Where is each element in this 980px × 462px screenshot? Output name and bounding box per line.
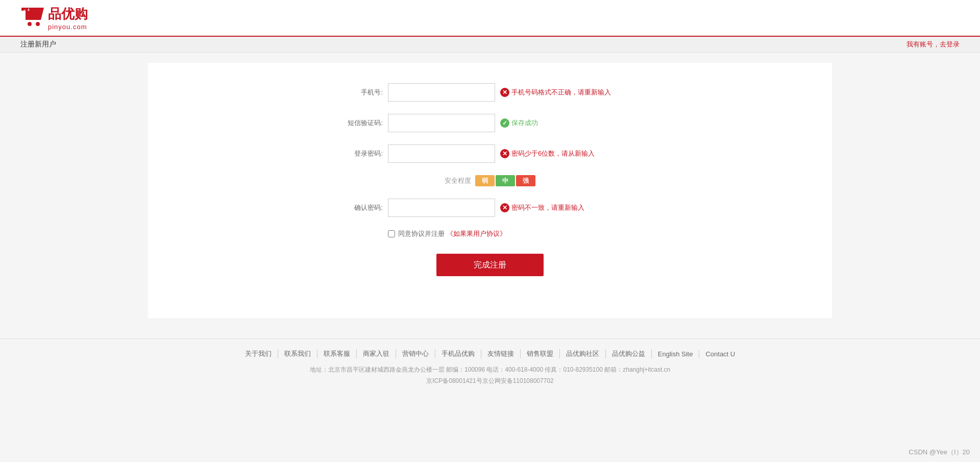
logo-domain: pinyou.com [48, 23, 88, 31]
confirm-label: 确认密码: [337, 203, 383, 212]
password-error-text: 密码少于6位数，请从新输入 [511, 149, 595, 158]
footer-link-about[interactable]: 关于我们 [239, 349, 278, 358]
footer-link-friends[interactable]: 友情链接 [481, 349, 521, 358]
agree-text: 同意协议并注册 《如果果用户协议》 [398, 229, 506, 238]
password-error-icon: ✕ [500, 149, 509, 158]
sms-success-feedback: ✓ 保存成功 [500, 118, 538, 128]
footer-links: 关于我们 联系我们 联系客服 商家入驻 营销中心 手机品优购 友情链接 销售联盟… [0, 349, 980, 358]
page-title: 注册新用户 [20, 40, 56, 49]
svg-point-4 [28, 22, 32, 26]
logo-text: 品优购 pinyou.com [48, 5, 88, 31]
agree-row: 同意协议并注册 《如果果用户协议》 [337, 229, 643, 238]
phone-error-icon: ✕ [500, 88, 509, 97]
footer-link-mobile[interactable]: 手机品优购 [435, 349, 481, 358]
strength-label: 安全程度 [445, 176, 471, 185]
submit-row: 完成注册 [337, 254, 643, 276]
svg-point-5 [36, 22, 40, 26]
strength-medium-bar: 中 [496, 175, 515, 186]
strength-strong-bar: 强 [516, 175, 535, 186]
footer-link-contact[interactable]: Contact U [699, 350, 741, 358]
phone-error-text: 手机号码格式不正确，请重新输入 [511, 88, 611, 97]
password-input[interactable] [388, 144, 495, 163]
logo-cart-icon [20, 6, 45, 30]
footer-link-merchant[interactable]: 商家入驻 [357, 349, 396, 358]
confirm-error-text: 密码不一致，请重新输入 [511, 203, 584, 212]
phone-label: 手机号: [337, 88, 383, 97]
strength-bars: 弱 中 强 [475, 175, 535, 186]
confirm-error-feedback: ✕ 密码不一致，请重新输入 [500, 203, 584, 212]
sub-header: 注册新用户 我有账号，去登录 [0, 37, 980, 53]
register-form: 手机号: ✕ 手机号码格式不正确，请重新输入 短信验证码: ✓ 保存成功 登录密… [337, 83, 643, 276]
submit-button[interactable]: 完成注册 [436, 254, 544, 276]
strength-row: 安全程度 弱 中 强 [337, 175, 643, 186]
sms-success-icon: ✓ [500, 118, 509, 128]
password-group: 登录密码: ✕ 密码少于6位数，请从新输入 [337, 144, 643, 163]
phone-input[interactable] [388, 83, 495, 102]
logo-brand-name: 品优购 [48, 5, 88, 23]
footer-link-marketing[interactable]: 营销中心 [396, 349, 435, 358]
sms-success-text: 保存成功 [511, 118, 538, 128]
strength-weak-bar: 弱 [475, 175, 495, 186]
footer-link-contact-us[interactable]: 联系我们 [278, 349, 317, 358]
svg-rect-2 [23, 10, 26, 18]
go-login-link[interactable]: 我有账号，去登录 [906, 40, 960, 48]
footer: 关于我们 联系我们 联系客服 商家入驻 营销中心 手机品优购 友情链接 销售联盟… [0, 338, 980, 397]
footer-link-sales[interactable]: 销售联盟 [521, 349, 560, 358]
phone-group: 手机号: ✕ 手机号码格式不正确，请重新输入 [337, 83, 643, 102]
main-content: 手机号: ✕ 手机号码格式不正确，请重新输入 短信验证码: ✓ 保存成功 登录密… [148, 63, 832, 318]
agree-checkbox[interactable] [388, 230, 395, 237]
password-error-feedback: ✕ 密码少于6位数，请从新输入 [500, 149, 595, 158]
sms-input[interactable] [388, 114, 495, 132]
login-prompt[interactable]: 我有账号，去登录 [906, 40, 960, 49]
sms-label: 短信验证码: [337, 118, 383, 128]
footer-link-customer-service[interactable]: 联系客服 [317, 349, 357, 358]
confirm-input[interactable] [388, 199, 495, 217]
site-header: 品优购 pinyou.com [0, 0, 980, 37]
footer-link-english[interactable]: English Site [652, 350, 700, 358]
footer-link-community[interactable]: 品优购社区 [560, 349, 606, 358]
footer-address: 地址：北京市昌平区建材城西路金燕龙办公楼一层 邮编：100096 电话：400-… [0, 364, 980, 386]
confirm-group: 确认密码: ✕ 密码不一致，请重新输入 [337, 199, 643, 217]
sms-group: 短信验证码: ✓ 保存成功 [337, 114, 643, 132]
logo-area: 品优购 pinyou.com [20, 5, 960, 31]
password-label: 登录密码: [337, 149, 383, 158]
confirm-error-icon: ✕ [500, 203, 509, 212]
phone-error-feedback: ✕ 手机号码格式不正确，请重新输入 [500, 88, 611, 97]
agree-link[interactable]: 《如果果用户协议》 [447, 230, 506, 237]
footer-link-charity[interactable]: 品优购公益 [606, 349, 652, 358]
